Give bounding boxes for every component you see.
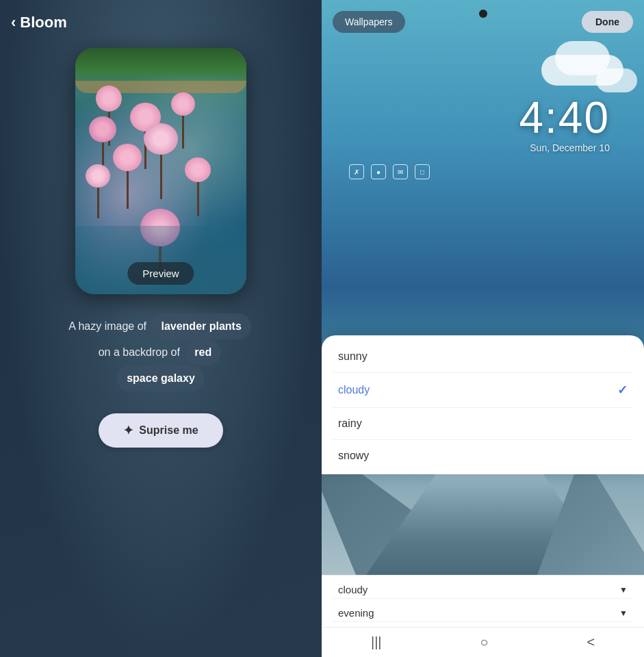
tree-7 <box>86 164 110 218</box>
option-snowy[interactable]: snowy <box>322 440 644 472</box>
selector2-arrow: ▼ <box>619 608 628 618</box>
surprise-label: Suprise me <box>139 424 198 437</box>
notif-icon-2: ● <box>371 164 386 179</box>
clock-time: 4:40 <box>519 96 610 140</box>
option-cloudy[interactable]: cloudy ✓ <box>322 373 644 407</box>
nav-bar: ||| ○ < <box>322 627 644 657</box>
selector-row-1: cloudy ▼ <box>333 576 633 599</box>
preview-label: Preview <box>127 262 194 285</box>
desc-prefix2: on a backdrop of <box>99 346 180 358</box>
back-icon: ‹ <box>11 14 16 31</box>
clock-date: Sun, December 10 <box>519 142 610 153</box>
nav-home-icon[interactable]: ○ <box>480 634 488 650</box>
left-panel: ‹ Bloom <box>0 0 322 657</box>
phone-preview-image: Preview <box>75 48 246 294</box>
selector1-arrow: ▼ <box>619 585 628 595</box>
back-button[interactable]: ‹ Bloom <box>11 14 67 31</box>
cloud-3 <box>596 68 637 92</box>
desc-chip-galaxy[interactable]: space galaxy <box>117 365 205 391</box>
desc-chip-red[interactable]: red <box>185 339 221 365</box>
right-panel: Wallpapers Done 4:40 Sun, December 10 ✗ … <box>322 0 644 657</box>
notification-icons: ✗ ● ✉ □ <box>349 164 430 179</box>
camera-dot <box>479 10 487 18</box>
tree-8 <box>185 157 211 216</box>
notif-icon-1: ✗ <box>349 164 364 179</box>
desc-chip-lavender[interactable]: lavender plants <box>151 313 250 339</box>
check-icon: ✓ <box>617 383 628 398</box>
selector2-label: evening <box>338 607 614 619</box>
surprise-me-button[interactable]: ✦ Suprise me <box>99 413 222 448</box>
notif-icon-4: □ <box>415 164 430 179</box>
description-area: A hazy image of lavender plants on a bac… <box>55 313 267 391</box>
tree-6 <box>113 144 142 209</box>
phone-screen: Wallpapers Done 4:40 Sun, December 10 ✗ … <box>322 0 644 575</box>
dropdown-panel: sunny cloudy ✓ rainy snowy <box>322 335 644 474</box>
desc-prefix1: A hazy image of <box>68 320 146 332</box>
done-button[interactable]: Done <box>582 11 633 33</box>
app-title: Bloom <box>20 14 66 31</box>
nav-back-icon[interactable]: < <box>587 634 595 650</box>
nav-recent-icon[interactable]: ||| <box>371 634 382 650</box>
wallpapers-button[interactable]: Wallpapers <box>333 11 405 33</box>
tree-5 <box>144 123 178 199</box>
phone-preview-card: Preview <box>75 48 246 294</box>
sparkle-icon: ✦ <box>123 423 133 438</box>
selector1-label: cloudy <box>338 584 614 595</box>
option-sunny[interactable]: sunny <box>322 341 644 372</box>
lock-clock: 4:40 Sun, December 10 <box>519 96 610 153</box>
selector-row-2: evening ▼ <box>333 599 633 622</box>
option-rainy[interactable]: rainy <box>322 408 644 439</box>
notif-icon-3: ✉ <box>393 164 408 179</box>
